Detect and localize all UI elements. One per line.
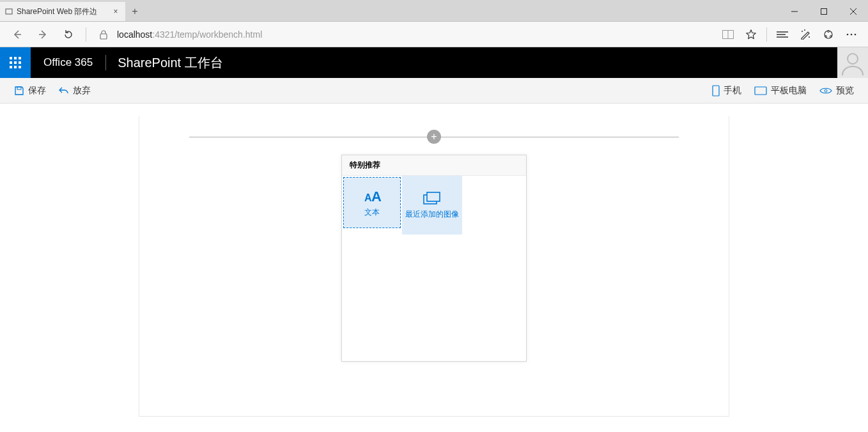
person-icon <box>840 50 865 75</box>
tablet-icon <box>754 86 767 95</box>
share-button[interactable] <box>817 23 840 46</box>
canvas-area: + 特别推荐 A A 文本 最近添加的图像 <box>0 104 868 417</box>
discard-label: 放弃 <box>73 85 91 96</box>
nav-back-button[interactable] <box>5 22 29 47</box>
svg-rect-24 <box>14 57 17 59</box>
preview-icon <box>819 87 832 95</box>
text-icon: A A <box>363 189 381 204</box>
svg-point-22 <box>855 33 856 35</box>
browser-tab[interactable]: SharePoint Web 部件边 × <box>0 2 125 21</box>
more-button[interactable] <box>840 23 863 46</box>
mobile-label: 手机 <box>724 85 741 96</box>
nav-forward-button[interactable] <box>31 22 55 47</box>
undo-icon <box>59 86 69 96</box>
svg-rect-23 <box>10 57 12 59</box>
tablet-view-button[interactable]: 平板电脑 <box>748 85 813 96</box>
nav-refresh-button[interactable] <box>56 22 81 47</box>
svg-point-21 <box>851 33 853 35</box>
svg-rect-34 <box>713 86 719 96</box>
reading-view-button[interactable] <box>717 23 740 46</box>
address-bar-right <box>717 23 863 46</box>
svg-rect-26 <box>10 61 12 64</box>
section-insert-line: + <box>189 128 679 146</box>
svg-point-36 <box>825 89 827 92</box>
mobile-icon <box>712 85 720 96</box>
notes-button[interactable] <box>794 23 817 46</box>
picker-header: 特别推荐 <box>342 155 526 176</box>
url-text[interactable]: localhost:4321/temp/workbench.html <box>117 29 715 40</box>
window-close-button[interactable] <box>839 2 868 21</box>
svg-point-18 <box>825 35 827 37</box>
star-icon <box>746 29 756 40</box>
svg-rect-29 <box>10 66 12 68</box>
arrow-right-icon <box>37 29 49 40</box>
reading-view-icon <box>722 30 734 39</box>
app-launcher-button[interactable] <box>0 47 31 78</box>
svg-point-17 <box>828 30 830 32</box>
svg-point-15 <box>809 36 810 38</box>
url-path: :4321/temp/workbench.html <box>152 29 262 40</box>
office-brand: Office 365 <box>31 56 105 69</box>
svg-point-32 <box>848 54 858 64</box>
webpart-picker: 特别推荐 A A 文本 最近添加的图像 <box>341 155 527 362</box>
hub-icon <box>777 31 788 38</box>
tab-close-button[interactable]: × <box>111 7 120 16</box>
preview-button[interactable]: 预览 <box>813 85 860 96</box>
separator <box>86 27 86 42</box>
svg-point-14 <box>804 29 805 31</box>
svg-rect-28 <box>19 61 21 64</box>
save-icon <box>14 86 24 96</box>
page-canvas: + 特别推荐 A A 文本 最近添加的图像 <box>139 116 729 417</box>
new-tab-button[interactable]: + <box>125 2 144 21</box>
command-bar: 保存 放弃 手机 平板电脑 预览 <box>0 78 868 104</box>
refresh-icon <box>63 29 74 40</box>
suite-bar: Office 365 SharePoint 工作台 <box>0 47 868 78</box>
maximize-icon <box>821 8 827 15</box>
lock-icon <box>99 29 108 40</box>
discard-button[interactable]: 放弃 <box>52 78 97 103</box>
browser-address-bar: localhost:4321/temp/workbench.html <box>0 22 868 47</box>
tile-label: 文本 <box>364 208 380 217</box>
window-maximize-button[interactable] <box>809 2 839 21</box>
preview-label: 预览 <box>836 85 854 96</box>
more-icon <box>846 33 856 36</box>
browser-chrome: SharePoint Web 部件边 × + localhost:4321/te… <box>0 0 868 47</box>
notes-icon <box>800 29 810 40</box>
svg-rect-27 <box>14 61 17 64</box>
svg-point-19 <box>830 35 832 37</box>
svg-rect-7 <box>100 34 107 39</box>
site-identity-button[interactable] <box>91 22 116 47</box>
svg-rect-2 <box>821 9 827 15</box>
hub-button[interactable] <box>771 23 794 46</box>
save-label: 保存 <box>28 85 46 96</box>
share-icon <box>823 29 833 40</box>
svg-rect-31 <box>19 66 21 68</box>
workbench-title: SharePoint 工作台 <box>106 54 235 72</box>
svg-rect-0 <box>6 9 12 14</box>
tab-title: SharePoint Web 部件边 <box>17 6 107 17</box>
svg-rect-30 <box>14 66 17 68</box>
favorite-button[interactable] <box>740 23 763 46</box>
save-button[interactable]: 保存 <box>8 78 52 103</box>
svg-rect-40 <box>427 192 440 201</box>
picker-body: A A 文本 最近添加的图像 <box>342 176 526 361</box>
svg-rect-35 <box>755 87 766 95</box>
add-webpart-button[interactable]: + <box>427 130 441 144</box>
window-controls <box>780 2 868 21</box>
svg-rect-25 <box>19 57 21 59</box>
svg-point-13 <box>802 31 803 32</box>
webpart-tile-text[interactable]: A A 文本 <box>343 177 401 228</box>
browser-tabstrip: SharePoint Web 部件边 × + <box>0 0 868 22</box>
close-icon <box>850 8 856 15</box>
separator <box>766 27 767 42</box>
arrow-left-icon <box>12 29 23 40</box>
svg-point-20 <box>847 33 849 35</box>
window-minimize-button[interactable] <box>780 2 809 21</box>
user-avatar[interactable] <box>837 47 868 78</box>
image-stack-icon <box>423 192 441 206</box>
mobile-view-button[interactable]: 手机 <box>706 85 748 96</box>
tile-label: 最近添加的图像 <box>405 210 459 219</box>
url-host: localhost <box>117 29 152 40</box>
page-icon <box>5 8 13 15</box>
webpart-tile-recent-images[interactable]: 最近添加的图像 <box>402 176 462 235</box>
